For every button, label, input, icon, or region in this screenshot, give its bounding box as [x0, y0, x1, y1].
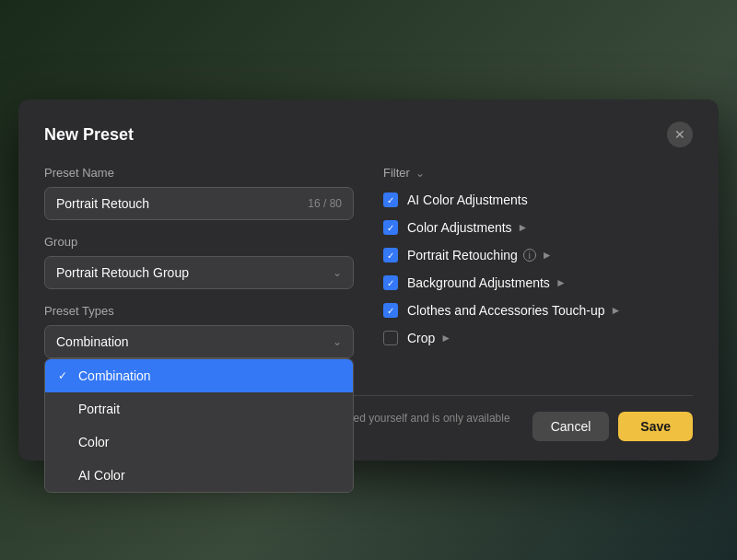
portrait-retouching-info-icon: i — [523, 249, 536, 262]
color-adjustments-checkbox[interactable]: ✓ — [383, 220, 398, 235]
background-adjustments-checkbox[interactable]: ✓ — [383, 275, 398, 290]
combination-check-icon: ✓ — [58, 369, 71, 382]
dialog-title: New Preset — [44, 125, 134, 145]
dropdown-item-ai-color[interactable]: AI Color — [45, 459, 353, 492]
preset-types-value: Combination — [56, 334, 129, 349]
group-label: Group — [44, 235, 354, 249]
dropdown-item-portrait[interactable]: Portrait — [45, 392, 353, 426]
color-adjustments-label: Color Adjustments ► — [407, 220, 529, 235]
portrait-retouching-arrow-icon: ► — [542, 249, 553, 262]
clothes-accessories-arrow-icon: ► — [611, 304, 622, 317]
dropdown-item-color[interactable]: Color — [45, 426, 353, 459]
dialog-header: New Preset ✕ — [44, 122, 693, 147]
color-label: Color — [78, 435, 109, 449]
new-preset-dialog: New Preset ✕ Preset Name 16 / 80 Group P… — [18, 99, 719, 461]
char-count: 16 / 80 — [308, 197, 342, 210]
background-adjustments-label: Background Adjustments ► — [407, 275, 567, 290]
footer-buttons: Cancel Save — [532, 412, 693, 441]
background-adjustments-check-icon: ✓ — [387, 278, 394, 288]
ai-color-label: AI Color — [78, 468, 125, 483]
filter-chevron-icon: ⌄ — [415, 167, 425, 180]
close-button[interactable]: ✕ — [667, 122, 693, 147]
preset-types-dropdown: ✓ Combination Portrait Color AI Color — [44, 358, 354, 493]
right-panel: Filter ⌄ ✓ AI Color Adjustments ✓ Color … — [383, 166, 693, 373]
crop-arrow-icon: ► — [440, 332, 451, 344]
filter-item-color-adjustments: ✓ Color Adjustments ► — [383, 220, 693, 235]
ai-color-adjustments-check-icon: ✓ — [387, 195, 394, 205]
cancel-button[interactable]: Cancel — [532, 412, 610, 441]
group-chevron-icon: ⌄ — [333, 266, 342, 279]
filter-item-clothes-accessories: ✓ Clothes and Accessories Touch-up ► — [383, 303, 693, 318]
portrait-retouching-checkbox[interactable]: ✓ — [383, 248, 398, 262]
preset-types-label: Preset Types — [44, 304, 354, 318]
filter-label: Filter — [383, 166, 410, 180]
ai-color-adjustments-checkbox[interactable]: ✓ — [383, 192, 398, 207]
preset-types-chevron-icon: ⌄ — [333, 335, 342, 348]
portrait-label: Portrait — [78, 402, 120, 416]
ai-color-adjustments-label: AI Color Adjustments — [407, 192, 528, 207]
save-button[interactable]: Save — [618, 412, 693, 441]
dialog-body: Preset Name 16 / 80 Group Portrait Retou… — [44, 166, 693, 373]
color-adjustments-arrow-icon: ► — [518, 221, 529, 234]
filter-item-crop: Crop ► — [383, 331, 693, 345]
dropdown-item-combination[interactable]: ✓ Combination — [45, 359, 353, 392]
left-panel: Preset Name 16 / 80 Group Portrait Retou… — [44, 166, 354, 373]
background-adjustments-arrow-icon: ► — [556, 276, 567, 289]
combination-label: Combination — [78, 368, 151, 383]
filter-header: Filter ⌄ — [383, 166, 693, 180]
preset-types-select[interactable]: Combination ⌄ — [44, 325, 354, 358]
filter-item-ai-color-adjustments: ✓ AI Color Adjustments — [383, 192, 693, 207]
portrait-retouching-check-icon: ✓ — [387, 251, 394, 261]
color-adjustments-check-icon: ✓ — [387, 223, 394, 233]
crop-checkbox[interactable] — [383, 331, 398, 345]
crop-label: Crop ► — [407, 331, 451, 345]
clothes-accessories-label: Clothes and Accessories Touch-up ► — [407, 303, 621, 318]
portrait-retouching-label: Portrait Retouching i ► — [407, 248, 553, 262]
clothes-accessories-check-icon: ✓ — [387, 306, 394, 316]
filter-item-portrait-retouching: ✓ Portrait Retouching i ► — [383, 248, 693, 262]
preset-name-input[interactable] — [56, 196, 308, 211]
preset-name-field[interactable]: 16 / 80 — [44, 187, 354, 220]
clothes-accessories-checkbox[interactable]: ✓ — [383, 303, 398, 318]
group-value: Portrait Retouch Group — [56, 265, 189, 280]
filter-item-background-adjustments: ✓ Background Adjustments ► — [383, 275, 693, 290]
preset-types-container: Combination ⌄ ✓ Combination Portrait Col… — [44, 325, 354, 358]
preset-name-label: Preset Name — [44, 166, 354, 180]
group-select[interactable]: Portrait Retouch Group ⌄ — [44, 256, 354, 289]
